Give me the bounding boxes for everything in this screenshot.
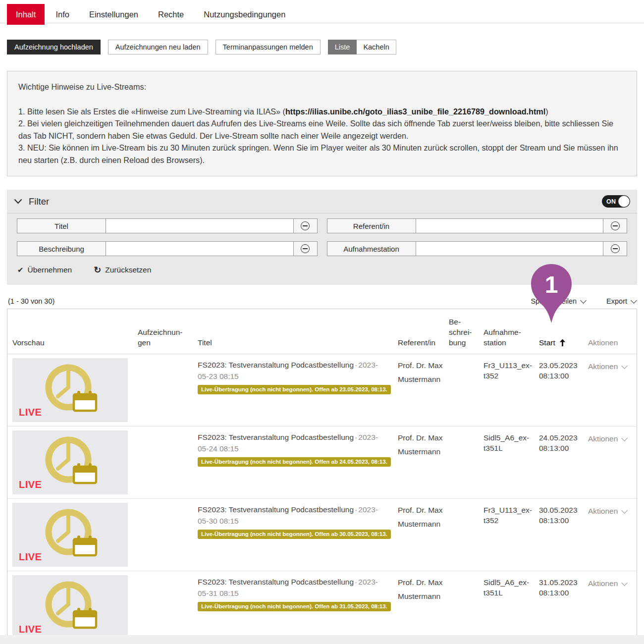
filter-remove-aufnahmestation-button[interactable] bbox=[603, 242, 627, 256]
actions-label: Aktionen bbox=[588, 507, 618, 516]
upload-recording-button[interactable]: Aufzeichnung hochladen bbox=[7, 40, 101, 54]
live-stream-notice-box: Wichtige Hinweise zu Live-Streams: 1. Bi… bbox=[7, 71, 637, 176]
live-label: LIVE bbox=[19, 551, 42, 563]
recordings-table: Vorschau Aufzeichnun- gen Titel Referent… bbox=[7, 309, 637, 644]
page-bottom-strip bbox=[0, 635, 644, 644]
filter-header[interactable]: Filter ON bbox=[7, 190, 637, 214]
reload-recordings-button[interactable]: Aufzeichnungen neu laden bbox=[108, 40, 208, 54]
column-header-aufzeichnungen[interactable]: Aufzeichnun- gen bbox=[133, 327, 193, 348]
preview-thumbnail[interactable]: LIVE bbox=[12, 503, 128, 567]
minus-circle-icon bbox=[611, 244, 620, 253]
toolbar: Aufzeichnung hochladen Aufzeichnungen ne… bbox=[7, 40, 637, 54]
notice-item-1-close: ) bbox=[545, 107, 548, 116]
station-cell: Fr3_U113_ex- t352 bbox=[479, 358, 534, 381]
start-datetime-cell: 30.05.2023 08:13:00 bbox=[534, 503, 583, 526]
table-row: LIVE FS2023: Testveranstaltung Podcastbe… bbox=[7, 354, 637, 426]
live-label: LIVE bbox=[19, 479, 42, 490]
table-row: LIVE FS2023: Testveranstaltung Podcastbe… bbox=[7, 426, 637, 498]
minus-circle-icon bbox=[301, 244, 310, 253]
station-cell: Sidl5_A6_ex- t351L bbox=[479, 430, 534, 453]
reset-filter-button[interactable]: ↻ Zurücksetzen bbox=[94, 266, 151, 274]
actions-label: Aktionen bbox=[588, 362, 618, 371]
column-header-titel[interactable]: Titel bbox=[193, 337, 393, 348]
toggle-on-label: ON bbox=[606, 198, 616, 205]
filter-input-beschreibung[interactable] bbox=[106, 242, 294, 256]
report-schedule-changes-button[interactable]: Terminanpassungen melden bbox=[215, 40, 321, 54]
step-marker-pin: 1 bbox=[529, 263, 574, 324]
filter-remove-beschreibung-button[interactable] bbox=[294, 242, 317, 256]
notice-title: Wichtige Hinweise zu Live-Streams: bbox=[18, 81, 626, 93]
table-row: LIVE FS2023: Testveranstaltung Podcastbe… bbox=[7, 498, 637, 571]
filter-field-beschreibung: Beschreibung bbox=[17, 241, 318, 256]
chevron-down-icon bbox=[631, 297, 637, 304]
recording-title: FS2023: Testveranstaltung Podcastbestell… bbox=[198, 575, 385, 599]
view-switcher: Liste Kacheln bbox=[328, 40, 396, 54]
content-page: Inhalt Info Einstellungen Rechte Nutzung… bbox=[0, 0, 644, 635]
column-header-aktionen: Aktionen bbox=[583, 337, 637, 348]
actions-label: Aktionen bbox=[588, 579, 618, 588]
filter-form: Titel Referent/in Beschreibung Aufnahmes… bbox=[7, 214, 637, 256]
start-datetime-cell: 24.05.2023 08:13:00 bbox=[534, 430, 583, 453]
filter-input-titel[interactable] bbox=[106, 219, 294, 233]
filter-input-aufnahmestation[interactable] bbox=[416, 242, 604, 256]
title-separator: · bbox=[354, 361, 358, 369]
referent-cell: Prof. Dr. Max Mustermann bbox=[393, 430, 444, 459]
filter-toggle[interactable]: ON bbox=[602, 195, 630, 208]
preview-thumbnail[interactable]: LIVE bbox=[12, 430, 128, 494]
tab-einstellungen[interactable]: Einstellungen bbox=[80, 4, 147, 25]
start-datetime-cell: 31.05.2023 08:13:00 bbox=[534, 575, 583, 598]
table-row: LIVE FS2023: Testveranstaltung Podcastbe… bbox=[7, 571, 637, 643]
recording-title: FS2023: Testveranstaltung Podcastbestell… bbox=[198, 358, 385, 382]
filter-remove-referent-button[interactable] bbox=[603, 219, 627, 233]
map-pin-icon: 1 bbox=[529, 263, 574, 324]
view-list-button[interactable]: Liste bbox=[328, 40, 357, 54]
preview-thumbnail[interactable]: LIVE bbox=[12, 575, 128, 639]
tab-info[interactable]: Info bbox=[47, 4, 78, 25]
title-text: FS2023: Testveranstaltung Podcastbestell… bbox=[198, 578, 354, 586]
result-count: (1 - 30 von 30) bbox=[8, 297, 54, 305]
referent-cell: Prof. Dr. Max Mustermann bbox=[393, 575, 444, 603]
filter-label-referent: Referent/in bbox=[327, 219, 416, 233]
chevron-down-icon bbox=[14, 199, 22, 204]
recording-title: FS2023: Testveranstaltung Podcastbestell… bbox=[198, 430, 385, 454]
filter-field-aufnahmestation: Aufnahmestation bbox=[327, 241, 628, 256]
row-actions-dropdown[interactable]: Aktionen bbox=[583, 430, 637, 443]
row-actions-dropdown[interactable]: Aktionen bbox=[583, 358, 637, 371]
row-actions-dropdown[interactable]: Aktionen bbox=[583, 575, 637, 588]
tab-inhalt[interactable]: Inhalt bbox=[7, 4, 45, 25]
tab-nutzungsbedingungen[interactable]: Nutzungsbedingungen bbox=[195, 4, 294, 25]
live-label: LIVE bbox=[19, 407, 42, 418]
live-status-badge: Live-Übertragung (noch nicht begonnen). … bbox=[198, 530, 391, 539]
preview-thumbnail[interactable]: LIVE bbox=[12, 358, 128, 422]
column-header-aufnahmestation[interactable]: Aufnahme- station bbox=[479, 327, 534, 348]
referent-cell: Prof. Dr. Max Mustermann bbox=[393, 503, 444, 531]
column-header-beschreibung[interactable]: Be- schrei- bung bbox=[444, 317, 479, 348]
tab-rechte[interactable]: Rechte bbox=[149, 4, 193, 25]
chevron-down-icon bbox=[580, 297, 587, 304]
title-text: FS2023: Testveranstaltung Podcastbestell… bbox=[198, 505, 354, 514]
live-status-badge: Live-Übertragung (noch nicht begonnen). … bbox=[198, 385, 391, 394]
view-tiles-button[interactable]: Kacheln bbox=[357, 40, 396, 54]
minus-circle-icon bbox=[611, 221, 620, 230]
apply-filter-label: Übernehmen bbox=[28, 266, 72, 274]
filter-remove-titel-button[interactable] bbox=[294, 219, 317, 233]
column-header-referent[interactable]: Referent/in bbox=[393, 337, 444, 348]
notice-download-link[interactable]: https://ilias.unibe.ch/goto_ilias3_unibe… bbox=[285, 107, 545, 116]
chevron-down-icon bbox=[621, 507, 628, 514]
actions-label: Aktionen bbox=[588, 434, 618, 443]
export-menu[interactable]: Export bbox=[606, 297, 636, 305]
column-header-start-sort[interactable]: Start bbox=[534, 337, 583, 348]
notice-item-3: 3. NEU: Sie können im Live-Stream bis zu… bbox=[18, 142, 626, 166]
chevron-down-icon bbox=[621, 580, 628, 586]
export-label: Export bbox=[606, 297, 627, 305]
filter-input-referent[interactable] bbox=[416, 219, 604, 233]
start-header-label: Start bbox=[539, 337, 555, 348]
filter-field-referent: Referent/in bbox=[327, 218, 628, 233]
chevron-down-icon bbox=[621, 363, 628, 369]
notice-item-2: 2. Bei vielen gleichzeitigen Teilnehmend… bbox=[18, 117, 626, 142]
title-text: FS2023: Testveranstaltung Podcastbestell… bbox=[198, 433, 354, 441]
toggle-knob-icon bbox=[618, 196, 630, 207]
station-cell: Sidl5_A6_ex- t351L bbox=[479, 575, 534, 598]
apply-filter-button[interactable]: ✔ Übernehmen bbox=[17, 266, 72, 274]
row-actions-dropdown[interactable]: Aktionen bbox=[583, 503, 637, 516]
